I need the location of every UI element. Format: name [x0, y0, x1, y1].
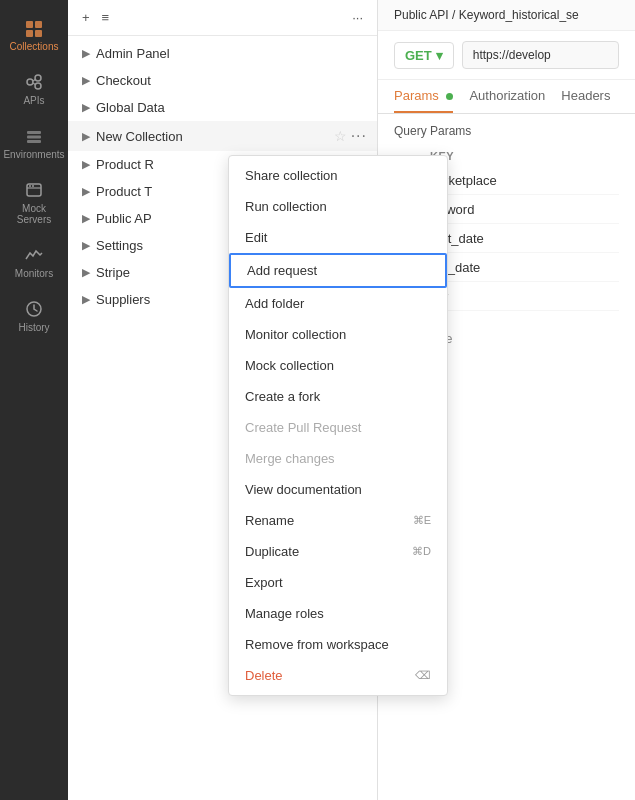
history-icon	[24, 299, 44, 319]
url-bar: GET ▾ https://develop	[378, 31, 635, 80]
svg-rect-9	[27, 131, 41, 134]
chevron-right-icon: ▶	[82, 47, 90, 60]
svg-rect-1	[35, 21, 42, 28]
tabs-bar: Params Authorization Headers	[378, 80, 635, 114]
sidebar-label-mock-servers: Mock Servers	[4, 203, 64, 225]
svg-rect-2	[26, 30, 33, 37]
sidebar-label-history: History	[18, 322, 49, 333]
star-icon[interactable]: ☆	[334, 128, 347, 144]
filter-button[interactable]: ≡	[100, 8, 112, 27]
collections-panel: + ≡ ··· ▶ Admin Panel ▶ Checkout ▶ Globa…	[68, 0, 378, 800]
svg-rect-11	[27, 140, 41, 143]
context-menu-duplicate[interactable]: Duplicate ⌘D	[229, 536, 447, 567]
context-menu-rename[interactable]: Rename ⌘E	[229, 505, 447, 536]
add-button[interactable]: +	[80, 8, 92, 27]
sidebar-item-collections[interactable]: Collections	[0, 8, 68, 62]
method-selector[interactable]: GET ▾	[394, 42, 454, 69]
list-item[interactable]: ▶ Global Data	[68, 94, 377, 121]
svg-rect-10	[27, 136, 41, 139]
context-menu-view-documentation[interactable]: View documentation	[229, 474, 447, 505]
context-menu-merge-changes: Merge changes	[229, 443, 447, 474]
context-menu-add-folder[interactable]: Add folder	[229, 288, 447, 319]
sidebar-item-apis[interactable]: APIs	[0, 62, 68, 116]
sidebar-label-monitors: Monitors	[15, 268, 53, 279]
list-item[interactable]: ▶ Checkout	[68, 67, 377, 94]
url-input[interactable]: https://develop	[462, 41, 619, 69]
collection-name: Global Data	[96, 100, 367, 115]
context-menu-create-fork[interactable]: Create a fork	[229, 381, 447, 412]
sidebar-item-mock-servers[interactable]: Mock Servers	[0, 170, 68, 235]
context-menu-export[interactable]: Export	[229, 567, 447, 598]
param-key-end-date: end_date	[426, 260, 611, 275]
tab-headers[interactable]: Headers	[561, 80, 610, 113]
apis-icon	[24, 72, 44, 92]
context-menu-mock-collection[interactable]: Mock collection	[229, 350, 447, 381]
sidebar-item-history[interactable]: History	[0, 289, 68, 343]
context-menu-create-pull-request: Create Pull Request	[229, 412, 447, 443]
params-active-dot	[446, 93, 453, 100]
query-params-label: Query Params	[394, 124, 619, 138]
svg-point-5	[35, 75, 41, 81]
more-options-button[interactable]: ···	[350, 8, 365, 27]
context-menu-edit[interactable]: Edit	[229, 222, 447, 253]
chevron-right-icon: ▶	[82, 185, 90, 198]
param-key-empty: Key	[426, 289, 611, 304]
sidebar-label-apis: APIs	[23, 95, 44, 106]
context-menu-monitor-collection[interactable]: Monitor collection	[229, 319, 447, 350]
context-menu-manage-roles[interactable]: Manage roles	[229, 598, 447, 629]
list-item-new-collection[interactable]: ▶ New Collection ☆ ···	[68, 121, 377, 151]
monitors-icon	[24, 245, 44, 265]
breadcrumb: Public API / Keyword_historical_se	[378, 0, 635, 31]
collection-name: Admin Panel	[96, 46, 367, 61]
context-menu-delete[interactable]: Delete ⌫	[229, 660, 447, 691]
chevron-right-icon: ▶	[82, 239, 90, 252]
svg-point-4	[27, 79, 33, 85]
sidebar-item-environments[interactable]: Environments	[0, 116, 68, 170]
environments-icon	[24, 126, 44, 146]
method-label: GET	[405, 48, 432, 63]
context-menu-trigger[interactable]: ···	[351, 127, 367, 145]
param-key-keyword: keyword	[426, 202, 611, 217]
context-menu-add-request[interactable]: Add request	[229, 253, 447, 288]
icon-sidebar: Collections APIs Environments Mock Serve…	[0, 0, 68, 800]
context-menu-run-collection[interactable]: Run collection	[229, 191, 447, 222]
collections-icon	[24, 18, 44, 38]
svg-point-14	[29, 185, 31, 187]
svg-rect-3	[35, 30, 42, 37]
param-key-marketplace: marketplace	[426, 173, 611, 188]
context-menu-share-collection[interactable]: Share collection	[229, 160, 447, 191]
chevron-right-icon: ▶	[82, 74, 90, 87]
chevron-down-icon: ▾	[436, 48, 443, 63]
chevron-right-icon: ▶	[82, 266, 90, 279]
svg-point-15	[32, 185, 34, 187]
chevron-right-icon: ▶	[82, 101, 90, 114]
chevron-right-icon: ▶	[82, 158, 90, 171]
sidebar-label-collections: Collections	[10, 41, 59, 52]
mock-servers-icon	[24, 180, 44, 200]
svg-point-6	[35, 83, 41, 89]
svg-rect-0	[26, 21, 33, 28]
context-menu: Share collection Run collection Edit Add…	[228, 155, 448, 696]
param-key-start-date: start_date	[426, 231, 611, 246]
collection-name: Checkout	[96, 73, 367, 88]
tab-params[interactable]: Params	[394, 80, 453, 113]
chevron-right-icon: ▶	[82, 212, 90, 225]
collection-name: New Collection	[96, 129, 334, 144]
sidebar-item-monitors[interactable]: Monitors	[0, 235, 68, 289]
chevron-right-icon: ▶	[82, 130, 90, 143]
tab-authorization[interactable]: Authorization	[469, 80, 545, 113]
chevron-right-icon: ▶	[82, 293, 90, 306]
list-item[interactable]: ▶ Admin Panel	[68, 40, 377, 67]
context-menu-remove-workspace[interactable]: Remove from workspace	[229, 629, 447, 660]
collections-toolbar: + ≡ ···	[68, 0, 377, 36]
sidebar-label-environments: Environments	[3, 149, 64, 160]
